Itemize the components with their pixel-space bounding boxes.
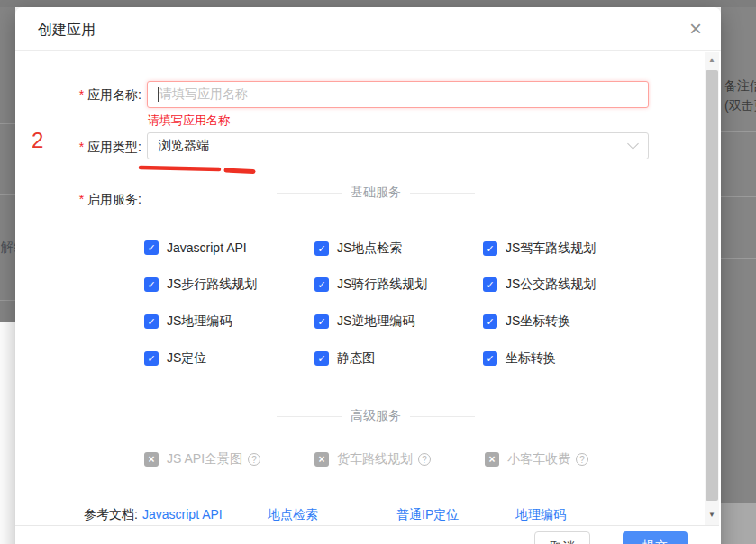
service-checkbox-item[interactable]: ✓JS骑行路线规划 xyxy=(314,277,427,293)
doc-link[interactable]: 地理编码 xyxy=(515,507,566,523)
chevron-down-icon xyxy=(627,138,639,150)
doc-link[interactable]: 地点检索 xyxy=(268,507,318,523)
app-name-label: *应用名称: xyxy=(15,86,141,104)
divider-line xyxy=(410,193,475,194)
table-row-divider xyxy=(721,258,756,259)
required-asterisk: * xyxy=(79,87,84,102)
service-checkbox-item[interactable]: ✓静态图 xyxy=(314,350,375,367)
close-icon[interactable]: × xyxy=(682,15,709,42)
table-row-divider xyxy=(721,131,756,132)
modal-scrollbar[interactable]: ▲ ▼ xyxy=(705,52,719,525)
checkbox-checked-icon: ✓ xyxy=(144,351,159,366)
service-checkbox-item[interactable]: ✓坐标转换 xyxy=(483,350,556,367)
background-remark-text-line1: 备注信 xyxy=(724,76,756,95)
app-type-select[interactable]: 浏览器端 xyxy=(147,132,649,159)
background-remark-text-line2: (双击更 xyxy=(724,95,756,115)
dimmed-overlay-left: 解绑 xyxy=(0,7,15,322)
service-checkbox-item[interactable]: ✓JS定位 xyxy=(144,350,206,367)
table-row-divider xyxy=(0,194,15,195)
submit-button[interactable]: 提交 xyxy=(623,531,688,544)
service-checkbox-item[interactable]: ✓JS坐标转换 xyxy=(483,313,570,330)
advanced-service-item: ×JS API全景图? xyxy=(144,451,260,467)
checkbox-disabled-icon: × xyxy=(485,452,499,467)
required-asterisk: * xyxy=(79,192,84,206)
service-checkbox-item[interactable]: ✓JS地理编码 xyxy=(144,313,232,330)
checkbox-checked-icon: ✓ xyxy=(144,240,159,255)
service-checkbox-item[interactable]: ✓Javascript API xyxy=(144,240,247,255)
dimmed-overlay-right-bottom xyxy=(721,503,756,544)
service-checkbox-item[interactable]: ✓JS驾车路线规划 xyxy=(483,240,596,257)
modal-header: 创建应用 × xyxy=(15,7,721,51)
scroll-up-icon[interactable]: ▲ xyxy=(705,56,719,64)
app-name-placeholder: 请填写应用名称 xyxy=(159,86,248,103)
checkbox-checked-icon: ✓ xyxy=(314,314,329,329)
app-name-error-message: 请填写应用名称 xyxy=(148,113,230,129)
table-row-divider xyxy=(0,300,15,301)
advanced-services-title: 高级服务 xyxy=(351,408,401,424)
service-checkbox-item[interactable]: ✓JS地点检索 xyxy=(314,240,402,257)
divider-line xyxy=(410,416,475,417)
basic-services-title: 基础服务 xyxy=(351,185,401,201)
required-asterisk: * xyxy=(79,140,84,154)
checkbox-checked-icon: ✓ xyxy=(314,351,329,366)
basic-services-grid: ✓Javascript API ✓JS地点检索 ✓JS驾车路线规划 ✓JS步行路… xyxy=(144,239,685,387)
table-row-divider xyxy=(0,123,15,124)
scrollbar-thumb[interactable] xyxy=(706,70,718,501)
divider-line xyxy=(277,193,342,194)
advanced-service-item: ×小客车收费? xyxy=(485,451,588,467)
services-label: *启用服务: xyxy=(15,190,141,208)
checkbox-checked-icon: ✓ xyxy=(483,351,497,366)
checkbox-disabled-icon: × xyxy=(144,452,159,467)
modal-title: 创建应用 xyxy=(38,21,96,40)
dimmed-overlay-top xyxy=(0,0,756,7)
checkbox-checked-icon: ✓ xyxy=(483,277,497,292)
doc-link[interactable]: 普通IP定位 xyxy=(396,507,459,523)
cancel-button[interactable]: 取消 xyxy=(534,531,590,544)
checkbox-checked-icon: ✓ xyxy=(483,314,497,329)
checkbox-checked-icon: ✓ xyxy=(314,277,329,292)
background-column-header: 备注信 (双击更 xyxy=(724,76,756,115)
advanced-services-grid: ×JS API全景图? ×货车路线规划? ×小客车收费? xyxy=(144,451,685,469)
footer-divider xyxy=(15,525,719,526)
help-question-icon[interactable]: ? xyxy=(248,453,260,466)
checkbox-checked-icon: ✓ xyxy=(483,241,497,256)
checkbox-checked-icon: ✓ xyxy=(144,277,159,292)
table-row-divider xyxy=(721,196,756,197)
background-unbind-link: 解绑 xyxy=(1,240,15,256)
advanced-services-divider: 高级服务 xyxy=(277,407,475,425)
dimmed-overlay-right: 备注信 (双击更 xyxy=(721,7,756,503)
app-type-selected-value: 浏览器端 xyxy=(159,138,209,154)
text-caret xyxy=(158,87,159,102)
service-checkbox-item[interactable]: ✓JS步行路线规划 xyxy=(144,277,257,293)
basic-services-divider: 基础服务 xyxy=(277,184,475,202)
advanced-service-item: ×货车路线规划? xyxy=(314,451,431,467)
service-checkbox-item[interactable]: ✓JS逆地理编码 xyxy=(314,313,414,330)
checkbox-checked-icon: ✓ xyxy=(314,241,329,256)
docs-label: 参考文档: xyxy=(84,507,138,523)
checkbox-disabled-icon: × xyxy=(314,452,329,467)
app-name-input[interactable]: 请填写应用名称 xyxy=(147,81,649,108)
screen: 解绑 备注信 (双击更 创建应用 × *应用名称: 请填写应用名称 请填写应用名… xyxy=(0,0,756,544)
checkbox-checked-icon: ✓ xyxy=(144,314,159,329)
scroll-down-icon[interactable]: ▼ xyxy=(705,511,719,519)
help-question-icon[interactable]: ? xyxy=(418,453,431,466)
annotation-step-number: 2 xyxy=(32,128,43,153)
doc-link[interactable]: Javascript API xyxy=(142,507,223,521)
annotation-underline xyxy=(138,162,257,175)
create-app-modal: 创建应用 × *应用名称: 请填写应用名称 请填写应用名称 *应用类型: 浏览器… xyxy=(15,7,721,544)
divider-line xyxy=(277,416,342,417)
help-question-icon[interactable]: ? xyxy=(576,453,588,466)
service-checkbox-item[interactable]: ✓JS公交路线规划 xyxy=(483,277,596,293)
